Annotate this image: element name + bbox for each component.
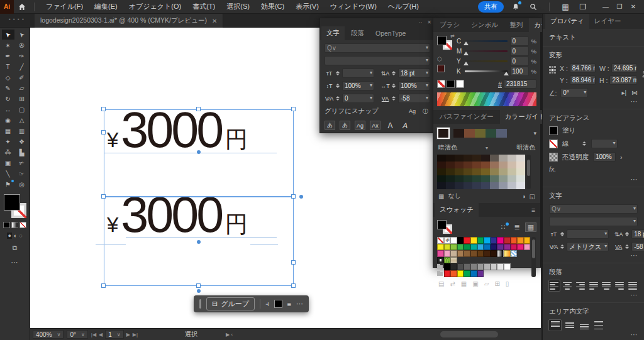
- tracking-select[interactable]: -58: [398, 94, 430, 103]
- panel-tab[interactable]: OpenType: [374, 26, 407, 40]
- swatch-kinds-menu-icon[interactable]: ▦: [461, 280, 467, 287]
- selection-handle[interactable]: [101, 107, 106, 111]
- opacity-value-field[interactable]: 100%: [593, 152, 616, 162]
- swatch-cell[interactable]: [524, 244, 531, 251]
- channel-slider[interactable]: [465, 70, 508, 72]
- font-size-stepper[interactable]: [336, 71, 340, 75]
- add-from-library-icon[interactable]: ⇄: [450, 280, 455, 287]
- color-variation-cell[interactable]: [472, 182, 481, 189]
- swatch-cell[interactable]: [457, 244, 464, 251]
- color-variation-cell[interactable]: [437, 155, 446, 162]
- swatch-cell[interactable]: [444, 237, 451, 244]
- menu-item[interactable]: ヘルプ(H): [388, 2, 419, 11]
- alternate-glyph-icon[interactable]: Ax: [370, 121, 380, 130]
- justify-last-center-button[interactable]: [601, 280, 612, 291]
- color-variation-cell[interactable]: [446, 182, 455, 189]
- area-align-top-button[interactable]: [549, 320, 561, 331]
- align-icon[interactable]: ⫞: [265, 300, 269, 308]
- color-variation-cell[interactable]: [437, 168, 446, 175]
- kerning-select[interactable]: 0: [342, 94, 374, 103]
- swatch-cell[interactable]: [491, 244, 497, 251]
- swatch-cell[interactable]: [477, 244, 484, 251]
- swatch-cell[interactable]: [517, 244, 524, 251]
- leading-stepper[interactable]: [625, 232, 630, 236]
- swatch-cell[interactable]: [457, 270, 464, 277]
- swatch-cell[interactable]: [511, 250, 518, 257]
- more-options-icon[interactable]: ⋯: [296, 300, 303, 308]
- align-right-button[interactable]: [575, 280, 586, 291]
- color-variation-cell[interactable]: [481, 162, 490, 168]
- swatch-cell[interactable]: [477, 263, 484, 270]
- color-variation-cell[interactable]: [481, 168, 490, 175]
- zoom-level-select[interactable]: 400%∨: [33, 330, 64, 339]
- swatch-cell[interactable]: [444, 257, 451, 264]
- swatch-cell[interactable]: [437, 263, 444, 270]
- swatch-cell[interactable]: [511, 237, 518, 244]
- line-segment-tool[interactable]: ╱: [16, 62, 28, 72]
- kerning-stepper[interactable]: [560, 244, 565, 249]
- color-variation-cell[interactable]: [499, 168, 508, 175]
- swatch-cell[interactable]: [524, 237, 531, 244]
- color-variation-cell[interactable]: [508, 155, 516, 162]
- font-style-select[interactable]: [549, 217, 638, 226]
- group-button[interactable]: ⊟ グループ: [206, 297, 255, 310]
- panel-tab[interactable]: レイヤー: [594, 17, 621, 26]
- color-variation-cell[interactable]: [516, 168, 525, 175]
- vertical-scale-select[interactable]: 100%: [342, 81, 374, 90]
- color-variation-cell[interactable]: [508, 162, 516, 168]
- zoom-tool[interactable]: ◎: [16, 179, 28, 189]
- reference-point-locator[interactable]: [549, 66, 556, 74]
- next-artboard-icon[interactable]: ▶: [126, 332, 130, 337]
- flip-horizontal-icon[interactable]: ▸|: [621, 89, 626, 96]
- workspace-switcher-icon[interactable]: ▦: [560, 1, 571, 13]
- area-align-center-button[interactable]: [564, 320, 575, 331]
- link-dimensions-icon[interactable]: [641, 63, 644, 85]
- x-position-field[interactable]: 84.766 mm: [570, 63, 596, 73]
- gradient-mode-icon[interactable]: [11, 222, 18, 228]
- color-variation-cell[interactable]: [490, 168, 499, 175]
- color-variation-cell[interactable]: [446, 168, 455, 175]
- stroke-weight-icon[interactable]: ≡: [287, 300, 291, 308]
- color-variation-cell[interactable]: [455, 168, 464, 175]
- previous-artboard-icon[interactable]: ◀: [99, 332, 103, 337]
- color-variation-cell[interactable]: [464, 182, 472, 189]
- swatch-cell[interactable]: [497, 250, 504, 257]
- fill-stroke-indicator[interactable]: [437, 36, 452, 50]
- swatch-cell[interactable]: [497, 244, 504, 251]
- menu-item[interactable]: 表示(V): [296, 2, 319, 11]
- color-variation-cell[interactable]: [446, 175, 455, 182]
- black-swatch[interactable]: [447, 80, 455, 88]
- swatch-cell[interactable]: [457, 263, 464, 270]
- list-view-icon[interactable]: ≣: [511, 222, 523, 232]
- base-color-swatch[interactable]: [437, 128, 450, 139]
- swatch-cell[interactable]: [504, 250, 511, 257]
- curvature-tool[interactable]: ✑: [16, 51, 28, 61]
- color-variation-cell[interactable]: [499, 162, 508, 168]
- height-field[interactable]: 23.087 mm: [609, 75, 637, 85]
- variation-dropdown-icon[interactable]: ▾: [486, 145, 488, 151]
- swatch-cell[interactable]: [457, 237, 464, 244]
- minimize-button[interactable]: —: [599, 1, 613, 13]
- color-variation-cell[interactable]: [472, 155, 481, 162]
- warichu-icon[interactable]: あ: [340, 121, 350, 130]
- color-variation-cell[interactable]: [499, 155, 508, 162]
- color-guide-scrollbar[interactable]: [526, 155, 531, 189]
- color-variation-cell[interactable]: [472, 168, 481, 175]
- hand-tool[interactable]: ☞: [16, 168, 28, 178]
- swatch-cell[interactable]: [437, 237, 444, 244]
- last-artboard-icon[interactable]: ▶|: [133, 332, 138, 337]
- search-icon[interactable]: [528, 1, 539, 13]
- swatch-cell[interactable]: [470, 270, 477, 277]
- close-window-button[interactable]: ✕: [626, 1, 640, 13]
- area-align-bottom-button[interactable]: [578, 320, 590, 331]
- swatch-cell[interactable]: [450, 270, 457, 277]
- anchor-dot[interactable]: [197, 289, 201, 293]
- swatch-cell[interactable]: [450, 244, 457, 251]
- color-variation-cell[interactable]: [516, 175, 525, 182]
- shape-builder-tool[interactable]: ◉: [2, 115, 14, 125]
- swatch-cell[interactable]: [477, 270, 484, 277]
- font-size-stepper[interactable]: [560, 232, 565, 236]
- fill-stroke-indicator[interactable]: [3, 194, 28, 218]
- swatch-cell[interactable]: [484, 244, 491, 251]
- color-variation-cell[interactable]: [472, 162, 481, 168]
